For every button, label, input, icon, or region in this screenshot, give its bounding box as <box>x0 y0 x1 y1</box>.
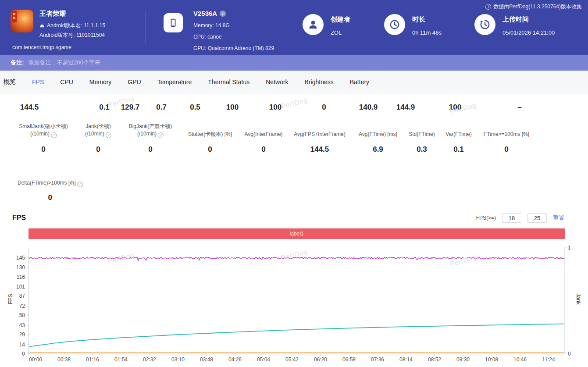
stat-value: 0 <box>244 145 282 154</box>
svg-text:130: 130 <box>16 264 25 271</box>
stat-std-ftime: Std(FTime) 0.3 <box>409 123 435 154</box>
info-icon: i <box>485 4 491 10</box>
upload-time-label: 上传时间 <box>502 15 555 24</box>
svg-text:07:36: 07:36 <box>371 356 384 363</box>
stat-value: 0 <box>188 145 232 154</box>
tab-概览[interactable]: 概览 <box>4 78 16 86</box>
tab-memory[interactable]: Memory <box>89 78 112 86</box>
game-icon-ribbon <box>12 11 17 22</box>
svg-text:06:20: 06:20 <box>314 356 327 363</box>
stat-value: 144.5 <box>294 145 345 154</box>
stat-value: 0.1 <box>445 145 471 154</box>
svg-text:05:42: 05:42 <box>285 356 299 363</box>
android-version-name: Android版本名: 11.1.1.15 <box>47 22 105 29</box>
person-icon <box>303 14 324 35</box>
stat-bigjank: BigJank(严重卡顿) (/10min)? 0 <box>129 123 172 154</box>
svg-text:1: 1 <box>568 245 571 251</box>
svg-text:05:04: 05:04 <box>257 356 270 363</box>
svg-text:04:26: 04:26 <box>228 356 242 363</box>
fps-min-input[interactable] <box>502 213 521 223</box>
svg-text:58: 58 <box>19 312 25 318</box>
stat-value-top-7: 100 <box>269 103 282 112</box>
help-icon[interactable]: ? <box>77 182 83 187</box>
stat-stutter: Stutter(卡顿率) [%] 0 <box>188 123 232 154</box>
help-icon[interactable]: ? <box>51 132 57 138</box>
svg-text:10:08: 10:08 <box>485 356 498 363</box>
stat-value: 6.9 <box>359 145 397 154</box>
stat-label: Delta(FTime)>100ms [/h]? <box>18 179 83 187</box>
stats-row1: 144.50.1129.70.70.51001000140.9144.9100– <box>0 103 588 123</box>
creator-value: ZOL <box>331 29 350 36</box>
y-axis-title-fps: FPS <box>7 294 14 304</box>
clock-icon <box>384 14 405 35</box>
app-package: com.tencent.tmgp.sgame <box>11 44 146 50</box>
app-info-block: 王者荣耀 Android版本名: 11.1.1.15 Android版本号: 1… <box>0 10 146 50</box>
stat-label: Jank(卡顿) (/10min)? <box>85 123 111 138</box>
tab-thermal-status[interactable]: Thermal Status <box>208 78 249 86</box>
help-icon[interactable]: ? <box>106 132 111 138</box>
duration-label: 时长 <box>412 15 442 24</box>
svg-text:11:24: 11:24 <box>542 356 555 363</box>
svg-text:08:14: 08:14 <box>399 356 413 363</box>
svg-text:03:10: 03:10 <box>171 356 185 363</box>
duration-value: 0h 11m 46s <box>412 29 442 36</box>
stat-value: 0 <box>484 145 529 154</box>
svg-text:43: 43 <box>19 322 25 328</box>
svg-text:101: 101 <box>16 284 25 290</box>
game-app-icon <box>11 10 33 32</box>
stat-avg-fps-interframe: Avg(FPS+InterFrame) 144.5 <box>294 123 345 154</box>
reset-button[interactable]: 重置 <box>553 214 564 222</box>
stat-avg-ftime: Avg(FTime) [ms] 6.9 <box>359 123 397 154</box>
svg-text:01:54: 01:54 <box>114 356 128 363</box>
device-model: V2536A <box>193 10 217 17</box>
svg-text:116: 116 <box>17 274 25 280</box>
stat-value-top-12: – <box>517 103 521 112</box>
tab-bar: 概览FPSCPUMemoryGPUTemperatureThermal Stat… <box>0 71 588 93</box>
stat-value: 0.3 <box>409 145 435 154</box>
stat-value-top-6: 100 <box>226 103 239 112</box>
fps-chart-canvas[interactable]: 01429435872871011161301450100:0000:3801:… <box>0 243 588 365</box>
remark-input[interactable]: 添加备注，不超过200个字符 <box>28 59 588 67</box>
device-info-icon[interactable]: i <box>220 11 226 17</box>
fps-chart[interactable]: 01429435872871011161301450100:0000:3801:… <box>0 243 588 365</box>
y-axis-title-jank: Jank <box>575 293 581 304</box>
device-cpu: CPU: canoe <box>193 34 274 40</box>
fps-max-input[interactable] <box>527 213 547 223</box>
svg-text:72: 72 <box>19 303 25 309</box>
device-gpu: GPU: Qualcomm Adreno (TM) 829 <box>193 45 274 51</box>
stat-value-top-9: 140.9 <box>359 103 378 112</box>
stat-delta-ftime: Delta(FTime)>100ms [/h]? 0 <box>18 179 83 202</box>
tab-network[interactable]: Network <box>266 78 288 86</box>
tab-brightness[interactable]: Brightness <box>305 78 334 86</box>
help-icon[interactable]: ? <box>158 132 164 138</box>
stat-label: BigJank(严重卡顿) (/10min)? <box>129 123 172 138</box>
svg-text:87: 87 <box>19 293 25 299</box>
stat-value-top-3: 129.7 <box>121 103 140 112</box>
android-icon <box>39 23 45 29</box>
tab-fps[interactable]: FPS <box>32 78 44 86</box>
creator-label: 创建者 <box>331 15 350 24</box>
tab-gpu[interactable]: GPU <box>128 78 141 86</box>
duration-block: 时长 0h 11m 46s <box>384 10 461 36</box>
svg-text:03:48: 03:48 <box>200 356 213 363</box>
stat-value-top-11: 100 <box>449 103 461 112</box>
svg-text:02:32: 02:32 <box>143 356 156 363</box>
stat-value: 0 <box>19 145 68 154</box>
collect-note-text: 数据由PerfDog(11.3.250764)版本收集 <box>493 3 582 11</box>
remark-bar: 备注: 添加备注，不超过200个字符 <box>0 55 588 71</box>
collect-note: i 数据由PerfDog(11.3.250764)版本收集 <box>485 3 582 11</box>
stat-value-top-2: 0.1 <box>99 103 110 112</box>
stat-ftime-ge-100ms: FTime>=100ms [%] 0 <box>484 123 529 154</box>
fps-filter-controls: FPS(>=) 重置 <box>476 213 564 223</box>
upload-block: 上传时间 05/01/2026 14:21:00 <box>474 10 555 36</box>
tab-cpu[interactable]: CPU <box>60 78 73 86</box>
stat-label: Avg(FPS+InterFrame) <box>294 123 345 138</box>
tab-temperature[interactable]: Temperature <box>157 78 192 86</box>
stat-value: 0 <box>85 145 111 154</box>
tab-battery[interactable]: Battery <box>350 78 369 86</box>
stats-row2: SmallJank(微小卡顿) (/10min)? 0 Jank(卡顿) (/1… <box>0 123 588 178</box>
stat-value-top-5: 0.5 <box>190 103 200 112</box>
svg-text:145: 145 <box>16 255 25 261</box>
stat-value: 0 <box>129 145 172 154</box>
stat-value-top-8: 0 <box>322 103 326 112</box>
